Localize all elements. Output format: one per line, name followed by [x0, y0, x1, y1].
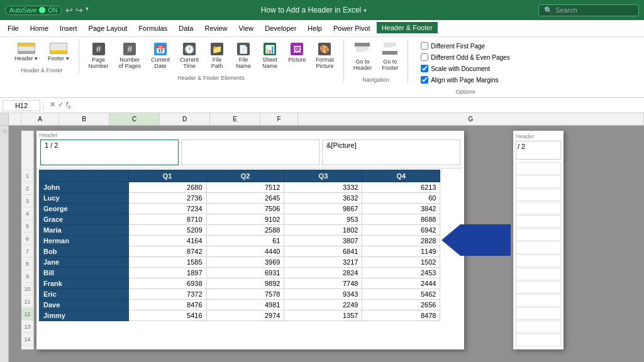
header-button[interactable]: Header ▾: [10, 40, 42, 65]
cell-name[interactable]: Frank: [40, 278, 129, 289]
cell-q1[interactable]: 8742: [128, 246, 206, 257]
header-cell-right[interactable]: &[Picture]: [322, 140, 460, 165]
menu-data[interactable]: Data: [174, 23, 198, 34]
cell-q4[interactable]: 2656: [362, 300, 440, 310]
confirm-formula-icon[interactable]: ✓: [58, 101, 64, 110]
menu-help[interactable]: Help: [303, 23, 327, 34]
cell-q4[interactable]: 2828: [362, 236, 440, 246]
menu-review[interactable]: Review: [199, 23, 232, 34]
go-to-header-button[interactable]: Go toHeader: [349, 40, 377, 74]
cell-q2[interactable]: 61: [206, 236, 284, 246]
cell-q1[interactable]: 2680: [128, 182, 206, 193]
cell-q2[interactable]: 2974: [206, 310, 284, 321]
header-cell-middle[interactable]: [181, 140, 319, 165]
cell-q2[interactable]: 9892: [206, 278, 284, 289]
checkbox-scale-with-doc[interactable]: [421, 65, 428, 72]
file-path-button[interactable]: 📁 FilePath: [204, 40, 230, 72]
search-box[interactable]: 🔍 Search: [538, 4, 639, 16]
checkbox-align-margins[interactable]: [421, 76, 428, 84]
cell-q1[interactable]: 8476: [128, 300, 206, 310]
cell-name[interactable]: George: [40, 204, 129, 214]
cell-q1[interactable]: 1585: [128, 257, 206, 268]
cell-q3[interactable]: 1357: [284, 310, 362, 321]
cell-q4[interactable]: 8478: [362, 310, 440, 321]
cell-q3[interactable]: 9867: [284, 204, 362, 214]
cell-name[interactable]: Dave: [40, 300, 129, 310]
go-to-footer-button[interactable]: Go toFooter: [377, 40, 402, 74]
cell-q4[interactable]: 6942: [362, 225, 440, 236]
cell-q3[interactable]: 1802: [284, 225, 362, 236]
cell-name[interactable]: Lucy: [40, 193, 129, 204]
picture-button[interactable]: 🖼 Picture: [284, 40, 310, 66]
cell-q2[interactable]: 7512: [206, 182, 284, 193]
autosave-toggle[interactable]: AutoSave ON: [5, 6, 62, 15]
cell-q4[interactable]: 2453: [362, 268, 440, 278]
checkbox-different-first[interactable]: [421, 42, 428, 50]
menu-file[interactable]: File: [3, 23, 24, 34]
cell-q3[interactable]: 2824: [284, 268, 362, 278]
header-cell-left[interactable]: 1 / 2: [40, 140, 179, 165]
menu-power-pivot[interactable]: Power Pivot: [328, 23, 375, 34]
cell-q2[interactable]: 2645: [206, 193, 284, 204]
cell-name[interactable]: Bob: [40, 246, 129, 257]
cell-q2[interactable]: 4440: [206, 246, 284, 257]
cell-q2[interactable]: 2588: [206, 225, 284, 236]
cell-q1[interactable]: 6938: [128, 278, 206, 289]
cell-q3[interactable]: 3332: [284, 182, 362, 193]
menu-home[interactable]: Home: [25, 23, 53, 34]
cell-name[interactable]: Bill: [40, 268, 129, 278]
cell-q4[interactable]: 2444: [362, 278, 440, 289]
cell-reference-input[interactable]: [3, 100, 40, 111]
cell-q2[interactable]: 7506: [206, 204, 284, 214]
cell-q1[interactable]: 7234: [128, 204, 206, 214]
cell-name[interactable]: Jimmy: [40, 310, 129, 321]
menu-view[interactable]: View: [234, 23, 259, 34]
cell-q2[interactable]: 9102: [206, 214, 284, 225]
cell-q3[interactable]: 3807: [284, 236, 362, 246]
cell-q1[interactable]: 4164: [128, 236, 206, 246]
sheet-name-button[interactable]: 📊 SheetName: [257, 40, 282, 72]
cell-q3[interactable]: 953: [284, 214, 362, 225]
cell-q4[interactable]: 8688: [362, 214, 440, 225]
cancel-formula-icon[interactable]: ✕: [50, 101, 55, 110]
cell-q4[interactable]: 1502: [362, 257, 440, 268]
cell-q1[interactable]: 8710: [128, 214, 206, 225]
cell-name[interactable]: Herman: [40, 236, 129, 246]
file-name-button[interactable]: 📄 FileName: [231, 40, 256, 72]
cell-q1[interactable]: 2736: [128, 193, 206, 204]
cell-name[interactable]: Grace: [40, 214, 129, 225]
number-of-pages-button[interactable]: # Numberof Pages: [114, 40, 146, 72]
cell-q4[interactable]: 1149: [362, 246, 440, 257]
redo-icon[interactable]: ↪: [75, 5, 83, 15]
checkbox-different-odd-even[interactable]: [421, 53, 428, 61]
cell-q2[interactable]: 4981: [206, 300, 284, 310]
cell-name[interactable]: John: [40, 182, 129, 193]
cell-q3[interactable]: 6841: [284, 246, 362, 257]
cell-name[interactable]: Eric: [40, 289, 129, 300]
current-time-button[interactable]: 🕐 CurrentTime: [175, 40, 203, 72]
cell-q3[interactable]: 3217: [284, 257, 362, 268]
footer-button[interactable]: Footer ▾: [43, 40, 74, 65]
cell-q3[interactable]: 3632: [284, 193, 362, 204]
current-date-button[interactable]: 📅 CurrentDate: [147, 40, 174, 72]
cell-q3[interactable]: 9343: [284, 289, 362, 300]
cell-name[interactable]: Jane: [40, 257, 129, 268]
menu-insert[interactable]: Insert: [55, 23, 82, 34]
cell-q1[interactable]: 7372: [128, 289, 206, 300]
cell-q1[interactable]: 5209: [128, 225, 206, 236]
header-row[interactable]: 1 / 2 &[Picture]: [39, 140, 462, 168]
menu-developer[interactable]: Developer: [260, 23, 301, 34]
menu-page-layout[interactable]: Page Layout: [84, 23, 133, 34]
cell-q2[interactable]: 3969: [206, 257, 284, 268]
cell-name[interactable]: Maria: [40, 225, 129, 236]
cell-q4[interactable]: 60: [362, 193, 440, 204]
cell-q1[interactable]: 5416: [128, 310, 206, 321]
cell-q1[interactable]: 1897: [128, 268, 206, 278]
formula-input[interactable]: [76, 101, 642, 111]
cell-q4[interactable]: 6213: [362, 182, 440, 193]
cell-q2[interactable]: 7578: [206, 289, 284, 300]
cell-q4[interactable]: 5462: [362, 289, 440, 300]
insert-function-icon[interactable]: fx: [66, 101, 71, 110]
cell-q2[interactable]: 6931: [206, 268, 284, 278]
undo-icon[interactable]: ↩: [65, 5, 73, 15]
